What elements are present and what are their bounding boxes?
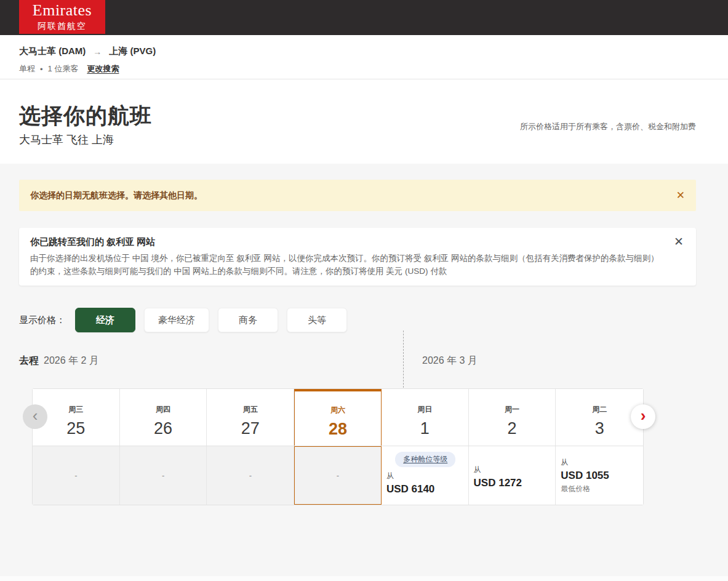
date-cell-2[interactable]: 周一2 bbox=[469, 389, 556, 446]
top-nav-bar bbox=[0, 0, 728, 35]
price-cell-2[interactable]: 从USD 1272 bbox=[469, 446, 556, 505]
route-summary-bar: 大马士革 (DAM) → 上海 (PVG) 单程 • 1 位乘客 更改搜索 bbox=[0, 35, 728, 79]
site-redirect-notice: 你已跳转至我们的 叙利亚 网站 由于你选择的出发机场位于 中国 境外，你已被重定… bbox=[19, 228, 696, 286]
fare-price: USD 1272 bbox=[474, 477, 552, 489]
fare-price: USD 1055 bbox=[561, 470, 639, 482]
bullet-separator: • bbox=[40, 65, 43, 74]
emirates-logo[interactable]: Emirates 阿联酋航空 bbox=[19, 0, 105, 34]
weekday-label: 周五 bbox=[243, 404, 258, 415]
date-cell-28[interactable]: 周六28 bbox=[294, 389, 382, 446]
page-subtitle: 大马士革 飞往 上海 bbox=[19, 132, 114, 147]
outbound-month-label: 去程2026 年 2 月 bbox=[19, 355, 99, 367]
month-left-label: 2026 年 2 月 bbox=[44, 355, 99, 366]
lowest-price-label: 最低价格 bbox=[561, 484, 639, 494]
route-arrow-icon: → bbox=[93, 47, 102, 57]
date-cell-26[interactable]: 周四26 bbox=[120, 389, 207, 446]
weekday-label: 周一 bbox=[505, 404, 519, 415]
passenger-count-label: 1 位乘客 bbox=[48, 63, 79, 74]
from-label: 从 bbox=[474, 465, 552, 475]
notice-body: 由于你选择的出发机场位于 中国 境外，你已被重定向至 叙利亚 网站，以便你完成本… bbox=[30, 252, 659, 278]
notice-close-icon[interactable]: ✕ bbox=[674, 236, 684, 247]
weekday-label: 周四 bbox=[156, 404, 170, 415]
origin-airport: 大马士革 (DAM) bbox=[19, 46, 86, 57]
calendar-price-row: ----多种舱位等级从USD 6140从USD 1272从USD 1055最低价… bbox=[33, 446, 643, 505]
date-number: 25 bbox=[66, 419, 85, 438]
price-cell-26: - bbox=[120, 446, 207, 505]
emirates-logo-chinese: 阿联酋航空 bbox=[38, 21, 87, 32]
cabin-filter-label: 显示价格： bbox=[19, 315, 65, 326]
multi-cabin-badge[interactable]: 多种舱位等级 bbox=[395, 452, 455, 467]
notice-title: 你已跳转至我们的 叙利亚 网站 bbox=[30, 236, 659, 248]
trip-meta: 单程 • 1 位乘客 更改搜索 bbox=[19, 63, 119, 74]
cabin-tab-2[interactable]: 商务 bbox=[218, 308, 278, 332]
month-divider bbox=[403, 331, 404, 388]
title-section: 选择你的航班 大马士革 飞往 上海 所示价格适用于所有乘客，含票价、税金和附加费 bbox=[0, 79, 728, 164]
next-month-label: 2026 年 3 月 bbox=[422, 355, 478, 367]
chevron-left-icon: ‹ bbox=[33, 407, 38, 423]
date-cell-27[interactable]: 周五27 bbox=[207, 389, 294, 446]
direction-label: 去程 bbox=[19, 355, 39, 366]
breadcrumb: 大马士革 (DAM) → 上海 (PVG) bbox=[19, 46, 156, 57]
date-number: 3 bbox=[595, 419, 604, 438]
cabin-tab-1[interactable]: 豪华经济 bbox=[144, 308, 209, 332]
calendar-next-button[interactable]: › bbox=[631, 404, 655, 429]
price-note: 所示价格适用于所有乘客，含票价、税金和附加费 bbox=[520, 121, 696, 132]
chevron-right-icon: › bbox=[641, 407, 646, 423]
weekday-label: 周三 bbox=[68, 404, 83, 415]
calendar-prev-button[interactable]: ‹ bbox=[23, 404, 47, 429]
emirates-logo-wordmark: Emirates bbox=[33, 2, 92, 18]
from-label: 从 bbox=[386, 471, 465, 481]
price-cell-27: - bbox=[207, 446, 294, 505]
alert-close-icon[interactable]: ✕ bbox=[676, 190, 685, 201]
date-cell-3[interactable]: 周二3 bbox=[556, 389, 643, 446]
change-search-link[interactable]: 更改搜索 bbox=[87, 63, 119, 74]
page-title: 选择你的航班 bbox=[19, 102, 152, 130]
fare-calendar: 周三25周四26周五27周六28周日1周一2周二3 ----多种舱位等级从USD… bbox=[32, 388, 644, 505]
price-cell-1[interactable]: 多种舱位等级从USD 6140 bbox=[382, 446, 469, 505]
date-number: 1 bbox=[420, 419, 430, 438]
cabin-options: 经济豪华经济商务头等 bbox=[75, 308, 347, 332]
cabin-tab-0[interactable]: 经济 bbox=[75, 308, 135, 332]
weekday-label: 周二 bbox=[592, 404, 607, 415]
date-number: 28 bbox=[329, 420, 347, 439]
trip-type-label: 单程 bbox=[19, 63, 35, 74]
calendar-date-row: 周三25周四26周五27周六28周日1周一2周二3 bbox=[33, 389, 643, 446]
price-cell-3[interactable]: 从USD 1055最低价格 bbox=[556, 446, 643, 505]
alert-message: 你选择的日期无航班选择。请选择其他日期。 bbox=[30, 190, 202, 201]
date-cell-1[interactable]: 周日1 bbox=[382, 389, 469, 446]
cabin-filter: 显示价格： 经济豪华经济商务头等 bbox=[19, 308, 347, 332]
date-number: 27 bbox=[241, 419, 260, 438]
price-cell-28: - bbox=[294, 446, 382, 505]
price-cell-25: - bbox=[33, 446, 120, 505]
results-section bbox=[0, 164, 728, 581]
from-label: 从 bbox=[561, 457, 639, 468]
weekday-label: 周日 bbox=[417, 404, 432, 415]
cabin-tab-3[interactable]: 头等 bbox=[287, 308, 347, 332]
no-flights-alert: 你选择的日期无航班选择。请选择其他日期。 ✕ bbox=[19, 180, 696, 211]
flight-search-page: Emirates 阿联酋航空 大马士革 (DAM) → 上海 (PVG) 单程 … bbox=[0, 0, 728, 581]
bottom-strip bbox=[0, 576, 728, 581]
destination-airport: 上海 (PVG) bbox=[109, 46, 156, 57]
date-number: 26 bbox=[154, 419, 172, 438]
date-number: 2 bbox=[507, 419, 516, 438]
fare-price: USD 6140 bbox=[386, 483, 465, 495]
weekday-label: 周六 bbox=[330, 405, 345, 415]
